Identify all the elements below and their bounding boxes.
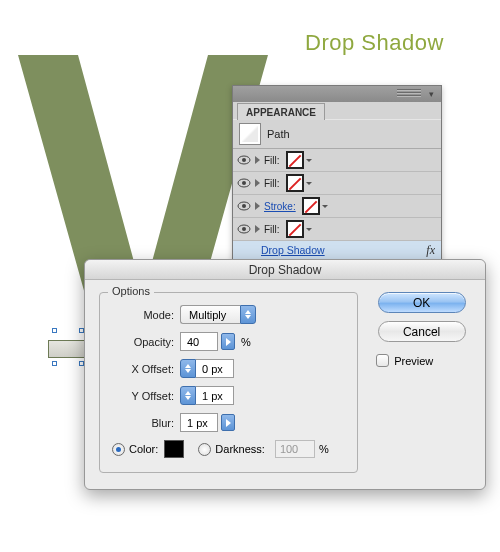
- stepper-icon[interactable]: [180, 359, 196, 378]
- fill-label: Fill:: [264, 178, 280, 189]
- yoffset-value: 1 px: [196, 386, 234, 405]
- darkness-label: Darkness:: [215, 443, 265, 455]
- visibility-eye-icon[interactable]: [237, 153, 251, 167]
- opacity-value: 40: [180, 332, 218, 351]
- fill-row[interactable]: Fill:: [233, 149, 441, 172]
- drop-shadow-effect-row[interactable]: Drop Shadow fx: [233, 241, 441, 260]
- mode-label: Mode:: [112, 309, 174, 321]
- svg-point-5: [242, 204, 246, 208]
- options-legend: Options: [108, 285, 154, 297]
- preview-label: Preview: [394, 355, 433, 367]
- page-title: Drop Shadow: [305, 30, 444, 56]
- darkness-radio[interactable]: [198, 443, 211, 456]
- disclosure-triangle-icon[interactable]: [255, 156, 260, 164]
- opacity-flyout-icon[interactable]: [221, 333, 235, 350]
- fill-swatch[interactable]: [286, 151, 304, 169]
- path-row[interactable]: Path: [233, 119, 441, 149]
- ok-button[interactable]: OK: [378, 292, 466, 313]
- xoffset-input[interactable]: 0 px: [180, 359, 234, 378]
- stroke-row[interactable]: Stroke:: [233, 195, 441, 218]
- fill-swatch[interactable]: [286, 220, 304, 238]
- path-label: Path: [267, 128, 290, 140]
- effect-label: Drop Shadow: [261, 244, 325, 256]
- visibility-eye-icon[interactable]: [237, 222, 251, 236]
- drop-shadow-dialog: Drop Shadow Options Mode: Multiply Opaci…: [84, 259, 486, 490]
- blur-value: 1 px: [180, 413, 218, 432]
- stroke-swatch[interactable]: [302, 197, 320, 215]
- darkness-input: 100: [275, 440, 315, 458]
- opacity-input[interactable]: 40: [180, 332, 218, 351]
- mode-select[interactable]: Multiply: [180, 305, 256, 324]
- appearance-tab[interactable]: APPEARANCE: [237, 103, 325, 120]
- options-fieldset: Options Mode: Multiply Opacity: 40 % X O…: [99, 292, 358, 473]
- visibility-eye-icon[interactable]: [237, 176, 251, 190]
- visibility-eye-icon[interactable]: [237, 199, 251, 213]
- path-thumbnail-icon: [239, 123, 261, 145]
- select-stepper-icon[interactable]: [240, 305, 256, 324]
- blur-input[interactable]: 1 px: [180, 413, 218, 432]
- cancel-button[interactable]: Cancel: [378, 321, 466, 342]
- fx-badge-icon[interactable]: fx: [426, 243, 435, 258]
- svg-point-3: [242, 181, 246, 185]
- appearance-panel: ▾ APPEARANCE Path Fill: Fill:: [232, 85, 442, 280]
- disclosure-triangle-icon[interactable]: [255, 179, 260, 187]
- preview-checkbox[interactable]: [376, 354, 389, 367]
- disclosure-triangle-icon[interactable]: [255, 225, 260, 233]
- panel-titlebar[interactable]: ▾: [233, 86, 441, 102]
- fill-label: Fill:: [264, 224, 280, 235]
- dialog-title: Drop Shadow: [85, 260, 485, 280]
- fill-row[interactable]: Fill:: [233, 218, 441, 241]
- xoffset-label: X Offset:: [112, 363, 174, 375]
- opacity-unit: %: [241, 336, 251, 348]
- disclosure-triangle-icon[interactable]: [255, 202, 260, 210]
- swatch-popup-icon[interactable]: [306, 159, 312, 162]
- blur-label: Blur:: [112, 417, 174, 429]
- swatch-popup-icon[interactable]: [306, 182, 312, 185]
- stroke-label[interactable]: Stroke:: [264, 201, 296, 212]
- blur-flyout-icon[interactable]: [221, 414, 235, 431]
- panel-grip-icon: [397, 89, 421, 97]
- xoffset-value: 0 px: [196, 359, 234, 378]
- color-swatch[interactable]: [164, 440, 184, 458]
- swatch-popup-icon[interactable]: [306, 228, 312, 231]
- color-radio[interactable]: [112, 443, 125, 456]
- svg-point-1: [242, 158, 246, 162]
- panel-flyout-menu-icon[interactable]: ▾: [425, 88, 437, 100]
- yoffset-label: Y Offset:: [112, 390, 174, 402]
- swatch-popup-icon[interactable]: [322, 205, 328, 208]
- fill-swatch[interactable]: [286, 174, 304, 192]
- yoffset-input[interactable]: 1 px: [180, 386, 234, 405]
- color-label: Color:: [129, 443, 158, 455]
- opacity-label: Opacity:: [112, 336, 174, 348]
- svg-point-7: [242, 227, 246, 231]
- mode-value: Multiply: [180, 305, 240, 324]
- fill-row[interactable]: Fill:: [233, 172, 441, 195]
- darkness-unit: %: [319, 443, 329, 455]
- fill-label: Fill:: [264, 155, 280, 166]
- stepper-icon[interactable]: [180, 386, 196, 405]
